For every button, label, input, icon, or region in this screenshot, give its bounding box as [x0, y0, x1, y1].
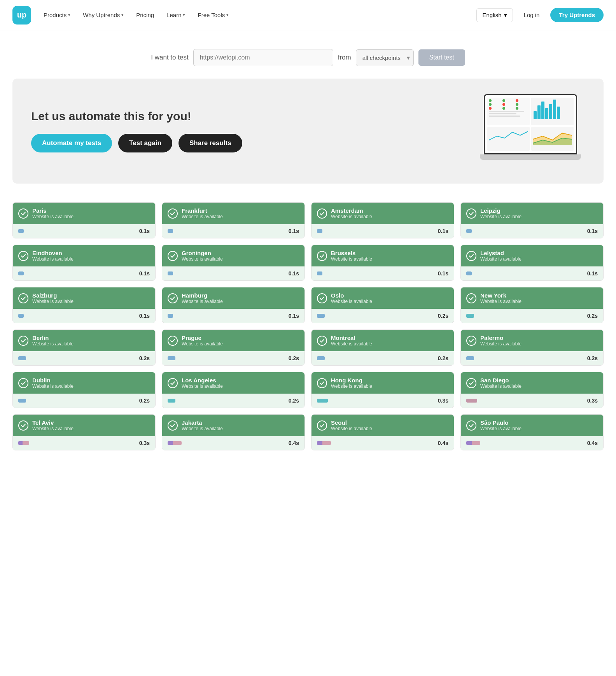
- result-card: Amsterdam Website is available 0.1s: [311, 202, 454, 238]
- response-time: 0.1s: [139, 270, 150, 277]
- card-header: Lelystad Website is available: [461, 245, 603, 266]
- card-body: 0.1s: [13, 224, 155, 238]
- result-card: Oslo Website is available 0.2s: [311, 287, 454, 323]
- nav-products[interactable]: Products▾: [39, 9, 75, 21]
- check-circle: [168, 293, 178, 303]
- response-time: 0.3s: [438, 398, 448, 404]
- check-circle: [18, 208, 28, 219]
- card-header-text: Berlin Website is available: [32, 334, 74, 347]
- card-header-text: New York Website is available: [480, 292, 522, 304]
- nav-why-uptrends[interactable]: Why Uptrends▾: [78, 9, 128, 21]
- card-header: Los Angeles Website is available: [162, 372, 304, 394]
- timing-bar-wrapper: [168, 271, 285, 275]
- logo[interactable]: up: [12, 6, 31, 25]
- checkpoint-select[interactable]: all checkpoints: [356, 49, 414, 66]
- card-header-text: San Diego Website is available: [480, 377, 522, 389]
- check-circle: [18, 293, 28, 303]
- timing-bar-wrapper: [168, 441, 285, 445]
- card-body: 0.1s: [461, 266, 603, 280]
- search-label: I want to test: [151, 54, 188, 61]
- card-body: 0.2s: [162, 394, 304, 408]
- city-name: Hamburg: [182, 292, 223, 299]
- availability-status: Website is available: [480, 426, 522, 431]
- card-body: 0.3s: [461, 394, 603, 408]
- check-circle: [168, 208, 178, 219]
- nav-free-tools[interactable]: Free Tools▾: [193, 9, 233, 21]
- start-test-button[interactable]: Start test: [418, 49, 465, 66]
- nav-learn[interactable]: Learn▾: [162, 9, 190, 21]
- timing-bar: [18, 314, 24, 318]
- promo-heading: Let us automate this for you!: [31, 110, 464, 123]
- response-time: 0.1s: [438, 270, 448, 277]
- timing-bar: [168, 314, 173, 318]
- card-header-text: Jakarta Website is available: [182, 419, 223, 431]
- nav-pricing[interactable]: Pricing: [131, 9, 159, 21]
- card-header: Jakarta Website is available: [162, 415, 304, 436]
- card-header-text: Seoul Website is available: [331, 419, 372, 431]
- availability-status: Website is available: [182, 214, 223, 219]
- response-time: 0.1s: [139, 228, 150, 234]
- card-header: Prague Website is available: [162, 330, 304, 351]
- nav-links: Products▾ Why Uptrends▾ Pricing Learn▾ F…: [39, 9, 476, 21]
- card-header-text: Oslo Website is available: [331, 292, 372, 304]
- card-header-text: Salzburg Website is available: [32, 292, 74, 304]
- timing-bar: [168, 356, 175, 360]
- check-circle: [18, 336, 28, 346]
- card-header: Montreal Website is available: [312, 330, 454, 351]
- timing-bar: [466, 399, 477, 403]
- check-circle: [18, 251, 28, 261]
- city-name: Groningen: [182, 250, 223, 256]
- result-card: Lelystad Website is available 0.1s: [460, 245, 604, 281]
- card-header-text: Eindhoven Website is available: [32, 250, 74, 262]
- city-name: Prague: [182, 334, 223, 341]
- result-card: Groningen Website is available 0.1s: [162, 245, 305, 281]
- from-label: from: [338, 54, 351, 61]
- card-header-text: Lelystad Website is available: [480, 250, 522, 262]
- timing-bar-wrapper: [466, 441, 584, 445]
- timing-bar-wrapper: [317, 356, 435, 360]
- availability-status: Website is available: [182, 299, 223, 304]
- card-body: 0.1s: [13, 266, 155, 280]
- timing-bar: [18, 271, 24, 275]
- timing-bar: [317, 441, 331, 445]
- city-name: Los Angeles: [182, 377, 223, 384]
- card-header: New York Website is available: [461, 287, 603, 309]
- test-again-button[interactable]: Test again: [118, 134, 172, 152]
- availability-status: Website is available: [182, 384, 223, 389]
- result-card: Eindhoven Website is available 0.1s: [12, 245, 156, 281]
- share-results-button[interactable]: Share results: [178, 134, 242, 152]
- check-circle: [317, 293, 327, 303]
- timing-bar: [317, 356, 325, 360]
- response-time: 0.1s: [289, 313, 299, 319]
- check-circle: [317, 208, 327, 219]
- automate-button[interactable]: Automate my tests: [31, 134, 112, 152]
- result-card: New York Website is available 0.2s: [460, 287, 604, 323]
- response-time: 0.2s: [289, 355, 299, 361]
- timing-bar-wrapper: [18, 314, 136, 318]
- check-circle: [466, 293, 476, 303]
- city-name: Paris: [32, 207, 74, 214]
- card-header: Leipzig Website is available: [461, 203, 603, 224]
- card-body: 0.2s: [461, 351, 603, 365]
- card-header: Hamburg Website is available: [162, 287, 304, 309]
- city-name: Berlin: [32, 334, 74, 341]
- result-card: Los Angeles Website is available 0.2s: [162, 372, 305, 408]
- city-name: Frankfurt: [182, 207, 223, 214]
- card-header-text: Amsterdam Website is available: [331, 207, 372, 219]
- login-button[interactable]: Log in: [518, 9, 546, 21]
- card-header-text: Prague Website is available: [182, 334, 223, 347]
- timing-bar-wrapper: [168, 229, 285, 233]
- try-uptrends-button[interactable]: Try Uptrends: [550, 8, 604, 22]
- result-card: Leipzig Website is available 0.1s: [460, 202, 604, 238]
- check-circle: [168, 420, 178, 431]
- search-input[interactable]: [193, 49, 333, 66]
- response-time: 0.2s: [139, 355, 150, 361]
- card-body: 0.1s: [13, 309, 155, 323]
- availability-status: Website is available: [331, 426, 372, 431]
- card-body: 0.2s: [461, 309, 603, 323]
- response-time: 0.1s: [139, 313, 150, 319]
- card-body: 0.4s: [312, 436, 454, 450]
- laptop-illustration: [476, 94, 585, 168]
- result-card: Frankfurt Website is available 0.1s: [162, 202, 305, 238]
- language-selector[interactable]: English ▾: [476, 8, 513, 22]
